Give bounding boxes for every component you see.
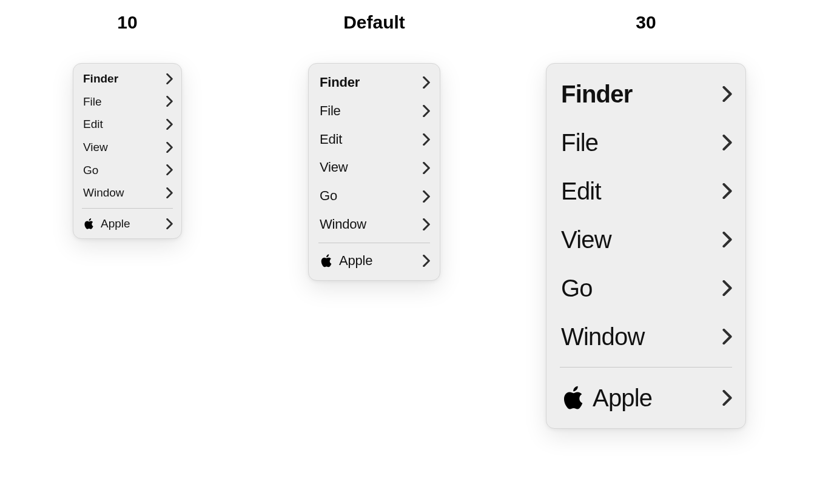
menu-item-window[interactable]: Window (309, 210, 440, 239)
menu-item-view[interactable]: View (73, 136, 181, 159)
menu-item-label: Edit (561, 175, 601, 207)
chevron-right-icon (423, 105, 430, 117)
menu-panel: Finder File Edit View Go Window (546, 63, 746, 429)
menu-item-go[interactable]: Go (309, 182, 440, 210)
menu-item-label: View (320, 158, 348, 177)
menu-item-apple[interactable]: Apple (73, 212, 181, 235)
menu-item-label: Edit (320, 130, 342, 149)
menu-item-window[interactable]: Window (73, 181, 181, 204)
menu-item-go[interactable]: Go (546, 264, 745, 312)
menu-item-label: View (83, 139, 108, 155)
menu-item-edit[interactable]: Edit (73, 113, 181, 136)
menu-item-edit[interactable]: Edit (309, 126, 440, 154)
menu-item-label: Go (561, 272, 593, 304)
panel-30: 30 Finder File Edit View Go Window (546, 13, 746, 429)
menu-item-label: Go (83, 163, 98, 178)
menu-item-apple[interactable]: Apple (309, 247, 440, 275)
menu-item-label: Edit (83, 116, 103, 132)
menu-item-finder[interactable]: Finder (73, 67, 181, 90)
menu-separator (82, 208, 173, 209)
menu-item-label: Window (83, 185, 124, 201)
chevron-right-icon (423, 218, 430, 230)
menu-item-label: File (83, 94, 102, 110)
menu-item-edit[interactable]: Edit (546, 167, 745, 215)
panel-default: Default Finder File Edit View Go Window (308, 13, 440, 281)
menu-item-label: View (561, 224, 611, 255)
menu-item-label: Go (320, 187, 337, 206)
panel-heading: 10 (117, 13, 137, 32)
chevron-right-icon (166, 187, 173, 198)
chevron-right-icon (423, 162, 430, 174)
panel-heading: Default (343, 13, 405, 32)
menu-item-label: Finder (320, 73, 360, 92)
chevron-right-icon (166, 119, 173, 130)
chevron-right-icon (423, 255, 430, 267)
menu-item-finder[interactable]: Finder (309, 69, 440, 97)
apple-icon (320, 253, 333, 269)
menu-item-finder[interactable]: Finder (546, 70, 745, 118)
chevron-right-icon (166, 142, 173, 153)
panel-heading: 30 (636, 13, 656, 32)
menu-item-file[interactable]: File (73, 90, 181, 113)
menu-item-go[interactable]: Go (73, 159, 181, 182)
menu-item-file[interactable]: File (546, 118, 745, 167)
chevron-right-icon (166, 164, 173, 175)
chevron-right-icon (166, 73, 173, 84)
menu-panel: Finder File Edit View Go Window (73, 63, 182, 239)
chevron-right-icon (166, 218, 173, 229)
menu-item-view[interactable]: View (309, 153, 440, 182)
chevron-right-icon (722, 86, 732, 102)
chevron-right-icon (423, 76, 430, 89)
menu-panel: Finder File Edit View Go Window (308, 63, 440, 281)
chevron-right-icon (166, 96, 173, 107)
menu-item-view[interactable]: View (546, 215, 745, 264)
chevron-right-icon (722, 232, 732, 247)
menu-item-label: Finder (83, 71, 118, 87)
chevron-right-icon (722, 280, 732, 296)
panel-10: 10 Finder File Edit View Go Window (73, 13, 182, 239)
menu-item-label: File (561, 127, 598, 158)
menu-item-label: Apple (593, 382, 652, 414)
menu-item-label: Window (320, 215, 366, 234)
menu-item-label: Finder (561, 78, 632, 110)
menu-item-window[interactable]: Window (546, 312, 745, 361)
menu-separator (318, 243, 430, 243)
menu-item-label: Apple (339, 252, 372, 270)
apple-icon (83, 217, 95, 230)
chevron-right-icon (722, 135, 732, 150)
chevron-right-icon (423, 190, 430, 203)
menu-item-file[interactable]: File (309, 97, 440, 126)
menu-item-label: Window (561, 321, 644, 352)
chevron-right-icon (423, 133, 430, 146)
chevron-right-icon (722, 183, 732, 199)
menu-separator (560, 367, 732, 368)
menu-item-label: File (320, 102, 341, 121)
menu-item-label: Apple (101, 216, 130, 232)
apple-icon (561, 383, 585, 412)
menu-item-apple[interactable]: Apple (546, 374, 745, 422)
chevron-right-icon (722, 390, 732, 406)
chevron-right-icon (722, 329, 732, 344)
